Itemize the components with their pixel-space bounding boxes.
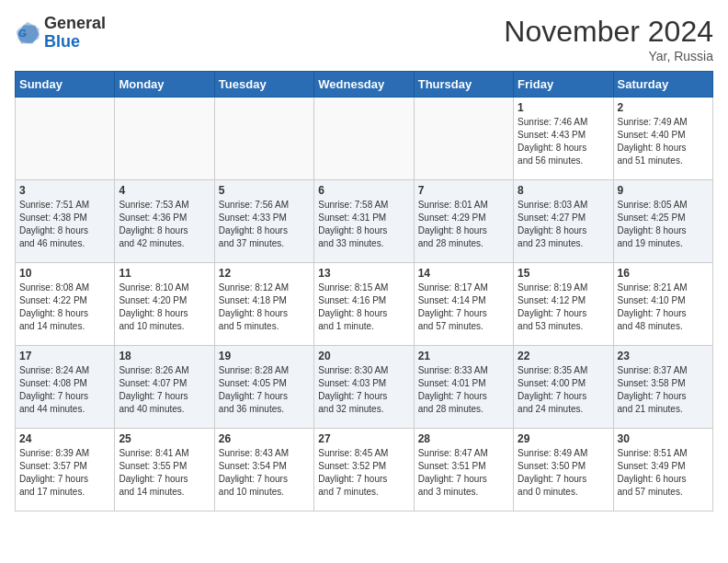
calendar-cell [115, 98, 214, 180]
day-info: Sunrise: 8:35 AM Sunset: 4:00 PM Dayligh… [518, 364, 609, 416]
calendar-table: SundayMondayTuesdayWednesdayThursdayFrid… [15, 71, 713, 511]
calendar-cell: 11Sunrise: 8:10 AM Sunset: 4:20 PM Dayli… [115, 263, 214, 346]
day-info: Sunrise: 8:12 AM Sunset: 4:18 PM Dayligh… [219, 282, 310, 333]
day-info: Sunrise: 8:01 AM Sunset: 4:29 PM Dayligh… [418, 199, 509, 250]
day-info: Sunrise: 8:03 AM Sunset: 4:27 PM Dayligh… [518, 199, 609, 250]
logo-text: General Blue [44, 15, 106, 52]
calendar-cell: 10Sunrise: 8:08 AM Sunset: 4:22 PM Dayli… [16, 263, 115, 346]
day-info: Sunrise: 8:17 AM Sunset: 4:14 PM Dayligh… [418, 282, 509, 333]
day-number: 4 [119, 184, 210, 197]
calendar-cell: 18Sunrise: 8:26 AM Sunset: 4:07 PM Dayli… [115, 346, 214, 429]
day-number: 19 [219, 350, 310, 362]
calendar-cell: 30Sunrise: 8:51 AM Sunset: 3:49 PM Dayli… [613, 429, 712, 511]
calendar-cell: 22Sunrise: 8:35 AM Sunset: 4:00 PM Dayli… [514, 346, 613, 429]
calendar-cell: 16Sunrise: 8:21 AM Sunset: 4:10 PM Dayli… [613, 263, 712, 346]
day-info: Sunrise: 8:41 AM Sunset: 3:55 PM Dayligh… [119, 447, 210, 499]
calendar-week-row: 3Sunrise: 7:51 AM Sunset: 4:38 PM Daylig… [16, 180, 713, 263]
day-number: 16 [618, 267, 709, 280]
day-number: 24 [19, 432, 110, 445]
day-number: 15 [518, 267, 609, 280]
day-number: 8 [518, 184, 609, 197]
weekday-header: Friday [514, 72, 613, 98]
day-number: 10 [19, 267, 110, 280]
calendar-cell: 23Sunrise: 8:37 AM Sunset: 3:58 PM Dayli… [613, 346, 712, 429]
day-info: Sunrise: 7:49 AM Sunset: 4:40 PM Dayligh… [618, 116, 709, 167]
calendar-cell [414, 98, 513, 180]
day-info: Sunrise: 8:26 AM Sunset: 4:07 PM Dayligh… [119, 364, 210, 416]
calendar-cell: 17Sunrise: 8:24 AM Sunset: 4:08 PM Dayli… [16, 346, 115, 429]
weekday-header: Wednesday [314, 72, 414, 98]
calendar-cell: 5Sunrise: 7:56 AM Sunset: 4:33 PM Daylig… [214, 180, 313, 263]
day-info: Sunrise: 8:33 AM Sunset: 4:01 PM Dayligh… [418, 364, 509, 416]
calendar-week-row: 17Sunrise: 8:24 AM Sunset: 4:08 PM Dayli… [16, 346, 713, 429]
day-info: Sunrise: 7:51 AM Sunset: 4:38 PM Dayligh… [19, 199, 110, 250]
weekday-header: Sunday [16, 72, 115, 98]
day-number: 9 [618, 184, 709, 197]
calendar-cell: 19Sunrise: 8:28 AM Sunset: 4:05 PM Dayli… [214, 346, 313, 429]
svg-text:G: G [18, 28, 27, 39]
calendar-cell: 12Sunrise: 8:12 AM Sunset: 4:18 PM Dayli… [214, 263, 313, 346]
day-number: 5 [219, 184, 310, 197]
calendar-week-row: 1Sunrise: 7:46 AM Sunset: 4:43 PM Daylig… [16, 98, 713, 180]
weekday-header: Monday [115, 72, 214, 98]
day-number: 17 [19, 350, 110, 362]
calendar-cell: 2Sunrise: 7:49 AM Sunset: 4:40 PM Daylig… [613, 98, 712, 180]
day-info: Sunrise: 8:43 AM Sunset: 3:54 PM Dayligh… [219, 447, 310, 499]
weekday-header: Saturday [613, 72, 712, 98]
calendar-week-row: 10Sunrise: 8:08 AM Sunset: 4:22 PM Dayli… [16, 263, 713, 346]
day-info: Sunrise: 8:10 AM Sunset: 4:20 PM Dayligh… [119, 282, 210, 333]
day-info: Sunrise: 8:15 AM Sunset: 4:16 PM Dayligh… [318, 282, 409, 333]
day-number: 12 [219, 267, 310, 280]
day-info: Sunrise: 8:21 AM Sunset: 4:10 PM Dayligh… [618, 282, 709, 333]
day-number: 27 [318, 432, 409, 445]
day-info: Sunrise: 7:46 AM Sunset: 4:43 PM Dayligh… [518, 116, 609, 167]
calendar-cell: 4Sunrise: 7:53 AM Sunset: 4:36 PM Daylig… [115, 180, 214, 263]
month-title: November 2024 [504, 15, 713, 49]
day-number: 18 [119, 350, 210, 362]
day-number: 25 [119, 432, 210, 445]
day-number: 22 [518, 350, 609, 362]
day-number: 1 [518, 101, 609, 114]
calendar-cell: 3Sunrise: 7:51 AM Sunset: 4:38 PM Daylig… [16, 180, 115, 263]
day-number: 11 [119, 267, 210, 280]
day-number: 30 [618, 432, 709, 445]
day-number: 7 [418, 184, 509, 197]
day-info: Sunrise: 8:39 AM Sunset: 3:57 PM Dayligh… [19, 447, 110, 499]
day-info: Sunrise: 7:56 AM Sunset: 4:33 PM Dayligh… [219, 199, 310, 250]
day-number: 3 [19, 184, 110, 197]
calendar-cell [214, 98, 313, 180]
day-info: Sunrise: 8:05 AM Sunset: 4:25 PM Dayligh… [618, 199, 709, 250]
calendar-cell: 24Sunrise: 8:39 AM Sunset: 3:57 PM Dayli… [16, 429, 115, 511]
day-number: 2 [618, 101, 709, 114]
day-number: 13 [318, 267, 409, 280]
calendar-cell: 14Sunrise: 8:17 AM Sunset: 4:14 PM Dayli… [414, 263, 513, 346]
day-info: Sunrise: 8:45 AM Sunset: 3:52 PM Dayligh… [318, 447, 409, 499]
day-number: 6 [318, 184, 409, 197]
calendar-cell: 26Sunrise: 8:43 AM Sunset: 3:54 PM Dayli… [214, 429, 313, 511]
calendar-cell: 1Sunrise: 7:46 AM Sunset: 4:43 PM Daylig… [514, 98, 613, 180]
day-info: Sunrise: 8:19 AM Sunset: 4:12 PM Dayligh… [518, 282, 609, 333]
calendar-cell: 25Sunrise: 8:41 AM Sunset: 3:55 PM Dayli… [115, 429, 214, 511]
day-info: Sunrise: 8:30 AM Sunset: 4:03 PM Dayligh… [318, 364, 409, 416]
calendar-cell: 9Sunrise: 8:05 AM Sunset: 4:25 PM Daylig… [613, 180, 712, 263]
day-info: Sunrise: 8:37 AM Sunset: 3:58 PM Dayligh… [618, 364, 709, 416]
day-number: 23 [618, 350, 709, 362]
title-block: November 2024 Yar, Russia [504, 15, 713, 63]
calendar-cell [16, 98, 115, 180]
day-info: Sunrise: 7:53 AM Sunset: 4:36 PM Dayligh… [119, 199, 210, 250]
day-info: Sunrise: 8:28 AM Sunset: 4:05 PM Dayligh… [219, 364, 310, 416]
day-number: 28 [418, 432, 509, 445]
calendar-cell: 28Sunrise: 8:47 AM Sunset: 3:51 PM Dayli… [414, 429, 513, 511]
calendar-cell: 7Sunrise: 8:01 AM Sunset: 4:29 PM Daylig… [414, 180, 513, 263]
logo-icon: G [15, 20, 40, 46]
calendar-cell: 8Sunrise: 8:03 AM Sunset: 4:27 PM Daylig… [514, 180, 613, 263]
calendar-header-row: SundayMondayTuesdayWednesdayThursdayFrid… [16, 72, 713, 98]
day-info: Sunrise: 8:49 AM Sunset: 3:50 PM Dayligh… [518, 447, 609, 499]
weekday-header: Tuesday [214, 72, 313, 98]
calendar-cell: 27Sunrise: 8:45 AM Sunset: 3:52 PM Dayli… [314, 429, 414, 511]
day-info: Sunrise: 8:51 AM Sunset: 3:49 PM Dayligh… [618, 447, 709, 499]
day-info: Sunrise: 8:08 AM Sunset: 4:22 PM Dayligh… [19, 282, 110, 333]
calendar-cell: 6Sunrise: 7:58 AM Sunset: 4:31 PM Daylig… [314, 180, 414, 263]
day-number: 21 [418, 350, 509, 362]
day-info: Sunrise: 7:58 AM Sunset: 4:31 PM Dayligh… [318, 199, 409, 250]
